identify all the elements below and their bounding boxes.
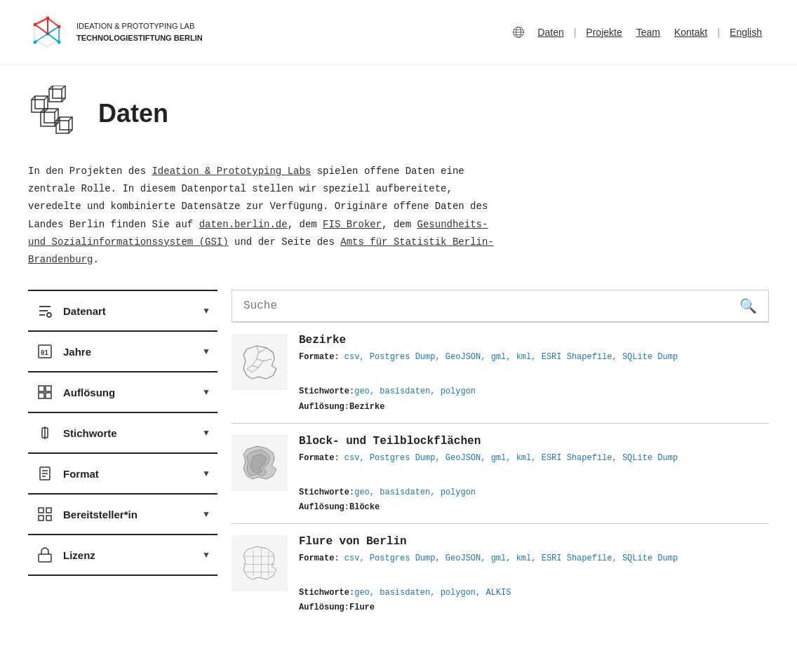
hero-section: Daten	[0, 65, 797, 156]
result-title-bezirke[interactable]: Bezirke	[299, 334, 769, 347]
result-thumb-bezirke[interactable]	[232, 334, 288, 390]
sidebar-label-datenart: Datenart	[63, 305, 106, 317]
result-item-flure: Flure von Berlin Formate: csv, Postgres …	[232, 523, 769, 624]
lizenz-icon	[35, 545, 55, 565]
svg-point-9	[34, 23, 37, 27]
svg-line-7	[35, 34, 48, 42]
svg-rect-57	[46, 508, 51, 513]
sidebar-label-stichworte: Stichworte	[63, 427, 117, 439]
main-nav: Daten | Projekte Team Kontakt | English	[512, 26, 769, 39]
svg-rect-30	[41, 112, 55, 126]
result-aufloesung-flure: Auflösung:Flure	[299, 603, 769, 612]
result-info-bezirke: Bezirke Formate: csv, Postgres Dump, Geo…	[299, 334, 769, 411]
svg-rect-60	[39, 554, 51, 562]
chevron-down-icon-format: ▼	[202, 469, 210, 478]
nav-team[interactable]: Team	[636, 27, 660, 38]
jahre-icon: 01	[35, 342, 55, 361]
bereitsteller-icon	[35, 504, 55, 524]
result-info-block-teilblock: Block- und Teilblockflächen Formate: csv…	[299, 435, 769, 512]
chevron-down-icon-aufloesung: ▼	[202, 387, 210, 397]
result-item-block-teilblock: Block- und Teilblockflächen Formate: csv…	[232, 423, 769, 523]
sidebar-label-lizenz: Lizenz	[63, 549, 95, 561]
formate-value-flure: csv, Postgres Dump, GeoJSON, gml, kml, E…	[344, 553, 678, 563]
intro-text-2: , dem	[288, 219, 323, 230]
formate-label-block: Formate	[299, 453, 334, 463]
page-title: Daten	[98, 99, 168, 128]
formate-value-block: csv, Postgres Dump, GeoJSON, gml, kml, E…	[344, 453, 678, 463]
sidebar-label-aufloesung: Auflösung	[63, 387, 115, 398]
formate-label-bezirke: Formate	[299, 352, 334, 362]
result-thumb-flure[interactable]	[232, 535, 288, 591]
sidebar-label-bereitsteller: Bereitsteller*in	[63, 509, 138, 520]
map-block-teilblock	[234, 436, 286, 489]
stichworte-label-bezirke: Stichworte	[299, 387, 349, 396]
logo-icon	[28, 13, 67, 51]
nav-lang[interactable]: English	[730, 27, 762, 38]
result-meta-flure: Formate: csv, Postgres Dump, GeoJSON, gm…	[299, 552, 769, 600]
map-flure	[234, 537, 286, 589]
sidebar-item-stichworte[interactable]: Stichworte ▼	[28, 413, 217, 454]
stichworte-value-flure: geo, basisdaten, polygon, ALKIS	[354, 588, 511, 598]
nav-projekte[interactable]: Projekte	[586, 27, 622, 38]
svg-rect-49	[46, 393, 51, 398]
svg-point-14	[34, 41, 37, 44]
stichworte-icon	[35, 423, 55, 443]
svg-point-12	[46, 32, 50, 36]
result-meta-block-teilblock: Formate: csv, Postgres Dump, GeoJSON, gm…	[299, 452, 769, 499]
svg-point-11	[58, 25, 61, 29]
svg-rect-59	[46, 516, 51, 520]
chevron-down-icon-datenart: ▼	[202, 306, 210, 316]
intro-text-before-link1: In den Projekten des	[28, 166, 152, 177]
nav-kontakt[interactable]: Kontakt	[674, 27, 707, 38]
svg-line-6	[48, 34, 59, 42]
search-input[interactable]	[232, 291, 728, 321]
stichworte-value-bezirke: geo, basisdaten, polygon	[354, 387, 476, 396]
svg-line-5	[48, 27, 59, 34]
search-button[interactable]: 🔍	[728, 290, 768, 321]
chevron-down-icon-stichworte: ▼	[202, 428, 210, 438]
svg-text:01: 01	[41, 349, 48, 356]
aufloesung-icon	[35, 382, 55, 402]
intro-text-5: .	[93, 254, 98, 265]
svg-rect-56	[39, 508, 43, 513]
sidebar-item-aufloesung[interactable]: Auflösung ▼	[28, 372, 217, 413]
stichworte-label-block: Stichworte	[299, 488, 349, 497]
sidebar: Datenart ▼ 01 Jahre ▼	[28, 290, 217, 624]
result-info-flure: Flure von Berlin Formate: csv, Postgres …	[299, 535, 769, 612]
link-ideation-lab[interactable]: Ideation & Prototyping Labs	[152, 166, 311, 177]
intro-text-4: und der Seite des	[229, 236, 341, 248]
main-content: Datenart ▼ 01 Jahre ▼	[0, 290, 797, 624]
result-title-block-teilblock[interactable]: Block- und Teilblockflächen	[299, 435, 769, 448]
logo-text: IDEATION & PROTOTYPING LAB TECHNOLOGIEST…	[76, 20, 203, 43]
map-bezirke	[234, 336, 286, 389]
chevron-down-icon-lizenz: ▼	[202, 550, 210, 560]
svg-rect-46	[39, 386, 44, 391]
nav-daten[interactable]: Daten	[537, 27, 563, 38]
chevron-down-icon-bereitsteller: ▼	[202, 509, 210, 519]
search-bar: 🔍	[232, 290, 769, 322]
link-fis-broker[interactable]: FIS Broker	[323, 219, 382, 230]
datenart-icon	[35, 301, 55, 321]
result-thumb-block-teilblock[interactable]	[232, 435, 288, 491]
sidebar-item-datenart[interactable]: Datenart ▼	[28, 291, 217, 332]
result-aufloesung-block: Auflösung:Blöcke	[299, 502, 769, 512]
sidebar-item-bereitsteller[interactable]: Bereitsteller*in ▼	[28, 495, 217, 535]
stichworte-value-block: geo, basisdaten, polygon	[354, 488, 476, 497]
result-title-flure[interactable]: Flure von Berlin	[299, 535, 769, 548]
header: IDEATION & PROTOTYPING LAB TECHNOLOGIEST…	[0, 0, 797, 65]
result-aufloesung-bezirke: Auflösung:Bezirke	[299, 402, 769, 412]
sidebar-item-lizenz[interactable]: Lizenz ▼	[28, 535, 217, 576]
format-icon	[35, 464, 55, 483]
hero-icon	[28, 86, 84, 142]
svg-rect-25	[49, 89, 62, 102]
svg-line-4	[35, 25, 48, 34]
results-area: 🔍 Bezirke Formate: csv, Postgres Dump,	[232, 290, 769, 624]
sidebar-label-jahre: Jahre	[63, 346, 91, 358]
svg-point-10	[46, 17, 50, 20]
globe-icon	[512, 26, 525, 39]
sidebar-item-jahre[interactable]: 01 Jahre ▼	[28, 332, 217, 372]
link-daten-berlin[interactable]: daten.berlin.de	[199, 219, 288, 230]
sidebar-item-format[interactable]: Format ▼	[28, 454, 217, 495]
svg-rect-48	[39, 393, 44, 398]
svg-rect-47	[46, 386, 51, 391]
